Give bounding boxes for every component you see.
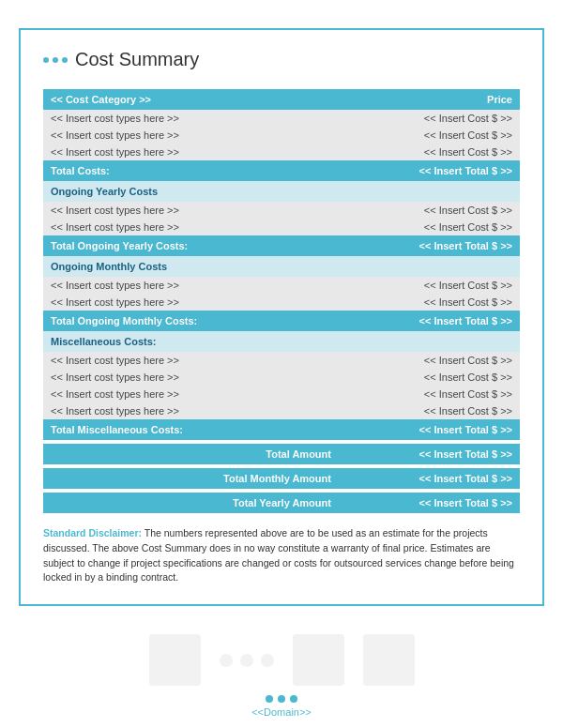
cost-value-cell: << Insert Cost $ >> [339, 110, 520, 127]
disclaimer-label: Standard Disclaimer: [43, 527, 142, 538]
summary-monthly-value: << Insert Total $ >> [339, 468, 520, 489]
summary-total-label: Total Amount [43, 444, 339, 464]
footer-dot-3 [290, 695, 297, 703]
total-misc-row: Total Miscellaneous Costs: << Insert Tot… [43, 419, 520, 440]
watermark-area [19, 634, 544, 686]
table-row: << Insert cost types here >> << Insert C… [43, 369, 520, 386]
total-monthly-row: Total Ongoing Monthly Costs: << Insert T… [43, 311, 520, 331]
cost-value-cell: << Insert Cost $ >> [339, 202, 520, 219]
table-row: << Insert cost types here >> << Insert C… [43, 352, 520, 369]
cost-value-cell: << Insert Cost $ >> [339, 352, 520, 369]
ongoing-yearly-label-row: Ongoing Yearly Costs [43, 181, 520, 202]
total-costs-value: << Insert Total $ >> [339, 160, 520, 181]
table-row: << Insert cost types here >> << Insert C… [43, 277, 520, 294]
total-yearly-row: Total Ongoing Yearly Costs: << Insert To… [43, 235, 520, 256]
footer-dots [19, 695, 544, 703]
dot-1 [43, 57, 49, 63]
cost-value-cell: << Insert Cost $ >> [339, 127, 520, 144]
cost-value-cell: << Insert Cost $ >> [339, 277, 520, 294]
summary-total-value: << Insert Total $ >> [339, 444, 520, 464]
header-category: << Cost Category >> [43, 89, 339, 110]
watermark-box-3 [363, 634, 415, 686]
header-price: Price [339, 89, 520, 110]
ongoing-monthly-label: Ongoing Monthly Costs [43, 256, 520, 277]
table-row: << Insert cost types here >> << Insert C… [43, 386, 520, 402]
misc-label-row: Miscellaneous Costs: [43, 331, 520, 352]
summary-yearly-row: Total Yearly Amount << Insert Total $ >> [43, 493, 520, 513]
cost-value-cell: << Insert Cost $ >> [339, 369, 520, 386]
total-costs-row: Total Costs: << Insert Total $ >> [43, 160, 520, 181]
cost-type-cell: << Insert cost types here >> [43, 127, 339, 144]
cost-type-cell: << Insert cost types here >> [43, 386, 339, 402]
watermark-dot-3 [261, 654, 274, 667]
footer-dot-1 [266, 695, 273, 703]
cost-type-cell: << Insert cost types here >> [43, 144, 339, 160]
page: Cost Summary << Cost Category >> Price <… [19, 0, 544, 728]
table-row: << Insert cost types here >> << Insert C… [43, 110, 520, 127]
total-misc-value: << Insert Total $ >> [339, 419, 520, 440]
cost-type-cell: << Insert cost types here >> [43, 352, 339, 369]
main-border-box: Cost Summary << Cost Category >> Price <… [19, 28, 544, 606]
total-misc-label: Total Miscellaneous Costs: [43, 419, 339, 440]
cost-type-cell: << Insert cost types here >> [43, 369, 339, 386]
cost-value-cell: << Insert Cost $ >> [339, 402, 520, 419]
ongoing-monthly-label-row: Ongoing Monthly Costs [43, 256, 520, 277]
summary-yearly-label: Total Yearly Amount [43, 493, 339, 513]
page-title: Cost Summary [75, 49, 199, 70]
cost-type-cell: << Insert cost types here >> [43, 202, 339, 219]
cost-value-cell: << Insert Cost $ >> [339, 219, 520, 235]
total-yearly-label: Total Ongoing Yearly Costs: [43, 235, 339, 256]
disclaimer: Standard Disclaimer: The numbers represe… [43, 526, 520, 585]
footer-dot-2 [278, 695, 285, 703]
title-dots [43, 56, 68, 63]
table-header-row: << Cost Category >> Price [43, 89, 520, 110]
cost-type-cell: << Insert cost types here >> [43, 219, 339, 235]
watermark-dot-row [220, 654, 274, 667]
cost-table: << Cost Category >> Price << Insert cost… [43, 89, 520, 513]
total-monthly-value: << Insert Total $ >> [339, 311, 520, 331]
watermark-box-2 [293, 634, 344, 686]
summary-yearly-value: << Insert Total $ >> [339, 493, 520, 513]
cost-value-cell: << Insert Cost $ >> [339, 294, 520, 311]
dot-2 [53, 57, 58, 63]
table-row: << Insert cost types here >> << Insert C… [43, 219, 520, 235]
dot-3 [62, 57, 68, 63]
cost-type-cell: << Insert cost types here >> [43, 110, 339, 127]
table-row: << Insert cost types here >> << Insert C… [43, 402, 520, 419]
summary-monthly-label: Total Monthly Amount [43, 468, 339, 489]
table-row: << Insert cost types here >> << Insert C… [43, 202, 520, 219]
table-row: << Insert cost types here >> << Insert C… [43, 144, 520, 160]
cost-type-cell: << Insert cost types here >> [43, 402, 339, 419]
ongoing-yearly-label: Ongoing Yearly Costs [43, 181, 520, 202]
total-yearly-value: << Insert Total $ >> [339, 235, 520, 256]
footer: <<Domain>> [19, 695, 544, 718]
table-row: << Insert cost types here >> << Insert C… [43, 127, 520, 144]
total-costs-label: Total Costs: [43, 160, 339, 181]
summary-monthly-row: Total Monthly Amount << Insert Total $ >… [43, 468, 520, 489]
watermark-dot-1 [220, 654, 233, 667]
total-monthly-label: Total Ongoing Monthly Costs: [43, 311, 339, 331]
summary-total-row: Total Amount << Insert Total $ >> [43, 444, 520, 464]
cost-value-cell: << Insert Cost $ >> [339, 386, 520, 402]
watermark-box-1 [149, 634, 201, 686]
table-row: << Insert cost types here >> << Insert C… [43, 294, 520, 311]
cost-type-cell: << Insert cost types here >> [43, 277, 339, 294]
misc-label: Miscellaneous Costs: [43, 331, 520, 352]
watermark-dot-2 [240, 654, 253, 667]
cost-type-cell: << Insert cost types here >> [43, 294, 339, 311]
footer-domain: <<Domain>> [19, 706, 544, 718]
cost-value-cell: << Insert Cost $ >> [339, 144, 520, 160]
title-area: Cost Summary [43, 49, 520, 70]
